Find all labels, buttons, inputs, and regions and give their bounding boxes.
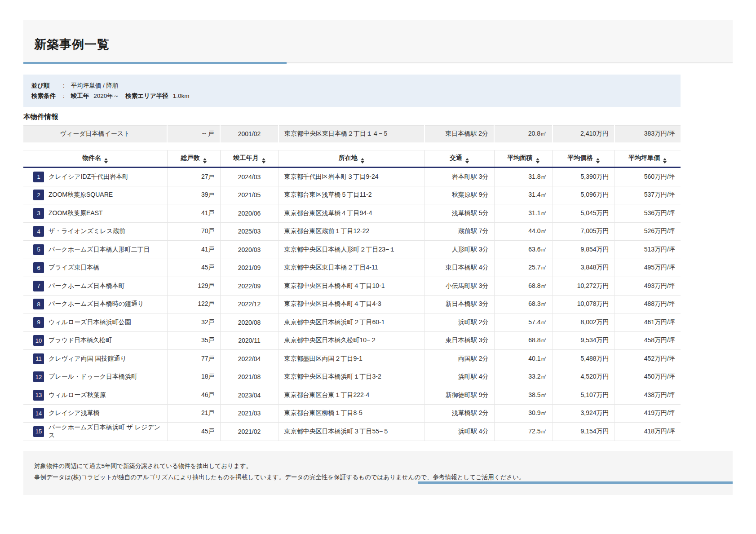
case-table: 物件名総戸数竣工年月所在地交通平均面積平均価格平均坪単価 1クレイシアIDZ千代…	[23, 150, 681, 441]
cell-price: 5,390万円	[553, 168, 615, 186]
cell-address: 東京都台東区台東１丁目222-4	[279, 386, 424, 405]
cell-area: 44.0㎡	[494, 222, 553, 241]
cell-address: 東京都中央区東日本橋２丁目4-11	[279, 259, 424, 277]
cell-station: 岩本町駅 3分	[424, 168, 494, 186]
subject-property-table: ヴィーダ日本橋イースト -- 戸 2001/02 東京都中央区東日本橋２丁目１４…	[23, 125, 681, 142]
cell-address: 東京都中央区日本橋浜町１丁目3-2	[279, 368, 424, 386]
property-name: パークホームズ日本橋本町	[49, 282, 125, 290]
column-header-station[interactable]: 交通	[424, 150, 494, 168]
table-row: 14クレイシア浅草橋21戸2021/03東京都台東区柳橋１丁目8-5浅草橋駅 2…	[23, 404, 681, 423]
cell-area: 25.7㎡	[494, 259, 553, 277]
built-year-label: 竣工年	[71, 91, 89, 101]
property-name: クレヴィア両国 国技館通り	[49, 355, 127, 363]
cell-area: 31.4㎡	[494, 186, 553, 204]
cell-name: 15パークホームズ日本橋浜町 ザ レジデンス	[23, 423, 167, 441]
cell-unit_price: 450万円/坪	[615, 368, 681, 386]
cell-address: 東京都台東区浅草橋５丁目11-2	[279, 186, 424, 204]
cell-price: 7,005万円	[553, 222, 615, 241]
cell-area: 30.9㎡	[494, 404, 553, 423]
row-number-badge: 8	[33, 299, 44, 309]
column-header-units[interactable]: 総戸数	[167, 150, 220, 168]
table-row: 15パークホームズ日本橋浜町 ザ レジデンス45戸2021/02東京都中央区日本…	[23, 423, 681, 441]
subject-address: 東京都中央区東日本橋２丁目１４−５	[279, 126, 424, 142]
cell-price: 3,924万円	[553, 404, 615, 423]
cell-station: 人形町駅 3分	[424, 241, 494, 259]
column-header-name[interactable]: 物件名	[23, 150, 167, 168]
cell-unit_price: 526万円/坪	[615, 222, 681, 241]
table-row: 4ザ・ライオンズミレス蔵前70戸2025/03東京都台東区蔵前１丁目12-22蔵…	[23, 222, 681, 241]
cell-name: 2ZOOM秋葉原SQUARE	[23, 186, 167, 204]
cell-built: 2021/08	[220, 368, 279, 386]
column-header-price[interactable]: 平均価格	[553, 150, 615, 168]
cell-built: 2020/03	[220, 241, 279, 259]
cell-built: 2022/12	[220, 295, 279, 313]
cell-built: 2021/05	[220, 186, 279, 204]
cell-name: 10プラウド日本橋久松町	[23, 331, 167, 350]
cell-address: 東京都台東区蔵前１丁目12-22	[279, 222, 424, 241]
cell-address: 東京都中央区日本橋久松町10−２	[279, 331, 424, 350]
row-number-badge: 13	[33, 390, 44, 401]
cell-unit_price: 560万円/坪	[615, 168, 681, 186]
cell-built: 2022/04	[220, 350, 279, 368]
page-title: 新築事例一覧	[23, 30, 110, 53]
property-name: パークホームズ日本橋人形町二丁目	[49, 246, 150, 254]
sort-icon	[536, 158, 539, 163]
column-header-address[interactable]: 所在地	[279, 150, 424, 168]
cell-price: 9,854万円	[553, 241, 615, 259]
column-header-label: 平均坪単価	[628, 154, 660, 161]
cell-station: 新日本橋駅 3分	[424, 295, 494, 313]
cell-address: 東京都台東区浅草橋４丁目94-4	[279, 204, 424, 223]
cell-area: 33.2㎡	[494, 368, 553, 386]
row-number-badge: 3	[33, 208, 44, 219]
cell-price: 9,534万円	[553, 331, 615, 350]
cell-area: 57.4㎡	[494, 313, 553, 332]
cell-units: 129戸	[167, 277, 220, 296]
cell-address: 東京都中央区日本橋本町４丁目10-1	[279, 277, 424, 296]
column-header-label: 物件名	[82, 154, 101, 161]
cell-name: 9ウィルローズ日本橋浜町公園	[23, 313, 167, 332]
property-name: ZOOM秋葉原EAST	[49, 209, 103, 217]
row-number-badge: 1	[33, 172, 44, 182]
title-accent-bar	[23, 62, 287, 64]
cell-station: 浜町駅 2分	[424, 313, 494, 332]
table-row: 13ウィルローズ秋葉原46戸2023/04東京都台東区台東１丁目222-4新御徒…	[23, 386, 681, 405]
column-header-unit_price[interactable]: 平均坪単価	[615, 150, 681, 168]
cell-name: 4ザ・ライオンズミレス蔵前	[23, 222, 167, 241]
cell-name: 14クレイシア浅草橋	[23, 404, 167, 423]
cell-built: 2025/03	[220, 222, 279, 241]
table-row: 3ZOOM秋葉原EAST41戸2020/06東京都台東区浅草橋４丁目94-4浅草…	[23, 204, 681, 223]
cell-built: 2023/04	[220, 386, 279, 405]
row-number-badge: 6	[33, 262, 44, 273]
row-number-badge: 15	[33, 426, 44, 437]
cell-price: 3,848万円	[553, 259, 615, 277]
cell-area: 68.8㎡	[494, 331, 553, 350]
cell-name: 11クレヴィア両国 国技館通り	[23, 350, 167, 368]
sort-order-label: 並び順	[31, 80, 62, 91]
table-row: 1クレイシアIDZ千代田岩本町27戸2024/03東京都千代田区岩本町３丁目9-…	[23, 168, 681, 186]
property-name: プラウド日本橋久松町	[49, 336, 112, 344]
column-header-label: 平均価格	[568, 154, 593, 161]
cell-price: 5,107万円	[553, 386, 615, 405]
sort-order-value: 平均坪単価 / 降順	[71, 80, 119, 91]
cell-units: 46戸	[167, 386, 220, 405]
cell-built: 2022/09	[220, 277, 279, 296]
cell-address: 東京都中央区日本橋浜町２丁目60-1	[279, 313, 424, 332]
cell-units: 45戸	[167, 423, 220, 441]
column-header-area[interactable]: 平均面積	[494, 150, 553, 168]
sort-icon	[596, 158, 600, 163]
column-header-built[interactable]: 竣工年月	[220, 150, 279, 168]
cell-name: 6ブライズ東日本橋	[23, 259, 167, 277]
cell-units: 18戸	[167, 368, 220, 386]
property-name: クレイシアIDZ千代田岩本町	[49, 173, 128, 181]
cell-unit_price: 458万円/坪	[615, 331, 681, 350]
cell-price: 5,096万円	[553, 186, 615, 204]
cell-station: 浜町駅 4分	[424, 368, 494, 386]
cell-built: 2021/09	[220, 259, 279, 277]
cell-units: 35戸	[167, 331, 220, 350]
subject-area: 20.8㎡	[494, 126, 553, 142]
cell-station: 東日本橋駅 4分	[424, 259, 494, 277]
footer-note: 対象物件の周辺にて過去5年間で新築分譲されている物件を抽出しております。 事例デ…	[23, 451, 733, 495]
table-row: 6ブライズ東日本橋45戸2021/09東京都中央区東日本橋２丁目4-11東日本橋…	[23, 259, 681, 277]
cell-units: 39戸	[167, 186, 220, 204]
cell-name: 3ZOOM秋葉原EAST	[23, 204, 167, 223]
